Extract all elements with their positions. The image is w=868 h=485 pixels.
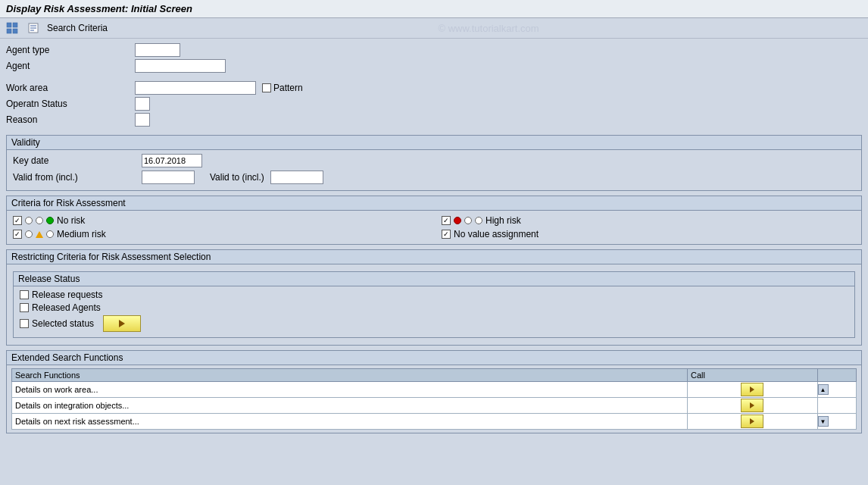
work-area-label: Work area: [6, 83, 135, 93]
svg-rect-1: [13, 23, 17, 27]
svg-rect-3: [13, 29, 17, 33]
row-1-label: Details on work area...: [12, 382, 688, 398]
validity-section: Validity Key date Valid from (incl.) Val…: [6, 135, 862, 191]
arrow-icon-2: [750, 402, 754, 408]
release-requests-checkbox[interactable]: [20, 290, 29, 299]
restricting-section: Restricting Criteria for Risk Assessment…: [6, 249, 862, 346]
col-scroll: [817, 369, 856, 382]
restricting-title: Restricting Criteria for Risk Assessment…: [7, 250, 861, 264]
toolbar: Search Criteria © www.tutorialkart.com: [0, 18, 868, 39]
no-value-row: No value assignment: [442, 229, 855, 239]
high-risk-row: High risk: [442, 215, 855, 226]
criteria-title: Criteria for Risk Assessment: [7, 196, 861, 211]
scroll-2: [817, 398, 856, 414]
arrow-icon-3: [750, 418, 754, 424]
key-date-label: Key date: [13, 155, 142, 166]
arrow-icon-1: [750, 386, 754, 393]
agent-input[interactable]: [135, 59, 226, 73]
pattern-label: Pattern: [273, 83, 303, 93]
no-risk-label: No risk: [57, 215, 85, 226]
work-area-input[interactable]: [135, 81, 256, 95]
valid-from-label: Valid from (incl.): [13, 172, 142, 183]
release-status-section: Release Status Release requests Released…: [13, 271, 855, 338]
row-3-call-button[interactable]: [741, 415, 763, 428]
selected-status-checkbox[interactable]: [20, 319, 29, 328]
validity-title: Validity: [7, 136, 861, 150]
operatn-status-input[interactable]: [135, 97, 150, 111]
table-row: Details on integration objects...: [12, 398, 857, 414]
medium-risk-row: Medium risk: [13, 229, 426, 239]
agent-type-input[interactable]: [135, 43, 180, 57]
agent-label: Agent: [6, 61, 135, 71]
svg-rect-0: [7, 23, 11, 27]
release-status-title: Release Status: [14, 272, 854, 286]
no-risk-checkbox[interactable]: [13, 216, 22, 225]
svg-rect-2: [7, 29, 11, 33]
scroll-up-btn[interactable]: ▲: [818, 384, 829, 395]
medium-risk-label: Medium risk: [57, 229, 106, 239]
release-requests-label: Release requests: [32, 289, 102, 300]
valid-to-input[interactable]: [270, 171, 323, 184]
no-risk-row: No risk: [13, 215, 426, 226]
row-2-label: Details on integration objects...: [12, 398, 688, 414]
extended-title: Extended Search Functions: [7, 351, 861, 365]
row-3-label: Details on next risk assessment...: [12, 414, 688, 430]
reason-input[interactable]: [135, 113, 150, 127]
reason-label: Reason: [6, 114, 135, 125]
high-risk-checkbox[interactable]: [442, 216, 451, 225]
key-date-input[interactable]: [142, 154, 202, 167]
search-functions-table: Search Functions Call Details on work ar…: [11, 368, 857, 430]
table-row: Details on next risk assessment... ▼: [12, 414, 857, 430]
scroll-down-btn[interactable]: ▼: [818, 416, 829, 427]
scroll-1: ▲: [817, 382, 856, 398]
watermark: © www.tutorialkart.com: [114, 23, 863, 34]
operatn-status-label: Operatn Status: [6, 99, 135, 109]
arrow-right-icon: [119, 320, 125, 327]
selected-status-label: Selected status: [32, 318, 94, 329]
page-title: Display Risk Assessment: Initial Screen: [6, 3, 192, 14]
agent-type-label: Agent type: [6, 45, 135, 55]
grid-icon[interactable]: [5, 20, 20, 36]
valid-from-input[interactable]: [142, 171, 195, 184]
medium-risk-checkbox[interactable]: [13, 230, 22, 239]
extended-section: Extended Search Functions Search Functio…: [6, 350, 862, 433]
no-value-checkbox[interactable]: [442, 230, 451, 239]
valid-to-label: Valid to (incl.): [210, 172, 264, 183]
row-1-call: [688, 382, 818, 398]
col-search-functions: Search Functions: [12, 369, 688, 382]
released-agents-label: Released Agents: [32, 302, 101, 313]
high-risk-label: High risk: [486, 215, 521, 226]
col-call: Call: [688, 369, 818, 382]
row-2-call: [688, 398, 818, 414]
no-value-label: No value assignment: [454, 229, 539, 239]
selected-status-button[interactable]: [103, 315, 141, 332]
released-agents-checkbox[interactable]: [20, 303, 29, 312]
row-2-call-button[interactable]: [741, 399, 763, 412]
row-3-call: [688, 414, 818, 430]
table-row: Details on work area... ▲: [12, 382, 857, 398]
search-criteria-label[interactable]: Search Criteria: [47, 23, 108, 33]
search-criteria-icon[interactable]: [26, 20, 41, 36]
scroll-3: ▼: [817, 414, 856, 430]
title-bar: Display Risk Assessment: Initial Screen: [0, 0, 868, 18]
criteria-section: Criteria for Risk Assessment No risk Hig…: [6, 196, 862, 245]
row-1-call-button[interactable]: [741, 383, 763, 396]
pattern-checkbox[interactable]: [262, 83, 271, 92]
